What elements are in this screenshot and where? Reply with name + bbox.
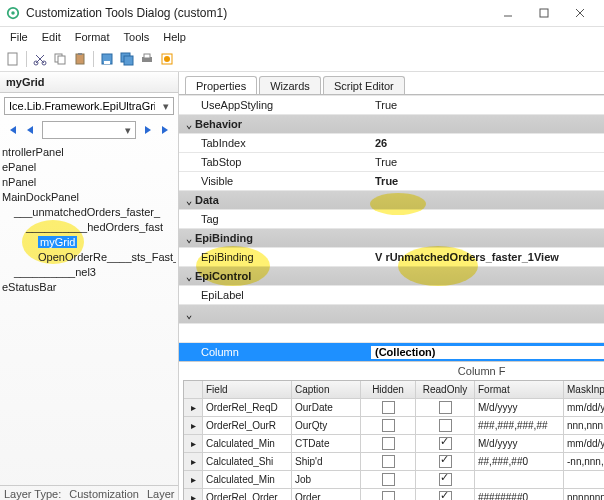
tree-item[interactable]: myGrid — [2, 235, 176, 250]
tree-item[interactable]: __________hedOrders_fast — [2, 220, 176, 235]
cell-mask[interactable]: nnnnnnnnn — [564, 489, 604, 500]
type-combo[interactable]: ▾ — [4, 97, 174, 115]
cell-format[interactable] — [475, 471, 564, 488]
property-grid[interactable]: UseAppStylingTrue⌄BehaviorTabIndex26TabS… — [179, 95, 604, 361]
col-field[interactable]: Field — [203, 381, 292, 398]
prop-category[interactable]: ⌄ — [179, 304, 604, 323]
prop-row[interactable]: TabIndex26 — [179, 133, 604, 152]
col-readonly[interactable]: ReadOnly — [416, 381, 475, 398]
prop-category[interactable]: ⌄EpiBinding — [179, 228, 604, 247]
col-caption[interactable]: Caption — [292, 381, 361, 398]
tree-item[interactable]: OpenOrderRe____sts_Fast_1Vi — [2, 250, 176, 265]
col-maskinput[interactable]: MaskInput — [564, 381, 604, 398]
paste-icon[interactable] — [71, 50, 89, 68]
cell-field[interactable]: OrderRel_Order — [203, 489, 292, 500]
chevron-down-icon[interactable]: ▾ — [121, 124, 135, 137]
cell-field[interactable]: OrderRel_OurR — [203, 417, 292, 434]
col-format[interactable]: Format — [475, 381, 564, 398]
cell-mask[interactable]: -nn,nnn,nnn — [564, 453, 604, 470]
tab-properties[interactable]: Properties — [185, 76, 257, 95]
tree-item[interactable]: eStatusBar — [2, 280, 176, 295]
grid-row[interactable]: ▸Calculated_ShiShip'd##,###,##0-nn,nnn,n… — [184, 453, 604, 471]
cell-field[interactable]: Calculated_Min — [203, 435, 292, 452]
columns-grid[interactable]: Field Caption Hidden ReadOnly Format Mas… — [183, 380, 604, 500]
cell-format[interactable]: M/d/yyyy — [475, 399, 564, 416]
cell-hidden[interactable] — [361, 489, 416, 500]
tree-item[interactable]: ntrollerPanel — [2, 145, 176, 160]
menu-tools[interactable]: Tools — [118, 29, 156, 45]
menu-help[interactable]: Help — [157, 29, 192, 45]
row-selector[interactable]: ▸ — [184, 471, 203, 488]
grid-row[interactable]: ▸Calculated_MinJob — [184, 471, 604, 489]
cell-hidden[interactable] — [361, 453, 416, 470]
cell-hidden[interactable] — [361, 417, 416, 434]
cell-caption[interactable]: CTDate — [292, 435, 361, 452]
cell-mask[interactable] — [564, 471, 604, 488]
close-button[interactable] — [562, 0, 598, 26]
tree-item[interactable]: ePanel — [2, 160, 176, 175]
tree-item[interactable]: __________nel3 — [2, 265, 176, 280]
cell-caption[interactable]: Job — [292, 471, 361, 488]
maximize-button[interactable] — [526, 0, 562, 26]
copy-icon[interactable] — [51, 50, 69, 68]
cell-readonly[interactable] — [416, 453, 475, 470]
grid-row[interactable]: ▸OrderRel_OurROurQty###,###,###,##nnn,nn… — [184, 417, 604, 435]
save-icon[interactable] — [98, 50, 116, 68]
tab-script-editor[interactable]: Script Editor — [323, 76, 405, 95]
new-icon[interactable] — [4, 50, 22, 68]
prop-row[interactable]: UseAppStylingTrue — [179, 95, 604, 114]
prop-row[interactable]: TabStopTrue — [179, 152, 604, 171]
cell-readonly[interactable] — [416, 399, 475, 416]
cell-format[interactable]: M/d/yyyy — [475, 435, 564, 452]
cell-field[interactable]: OrderRel_ReqD — [203, 399, 292, 416]
save-all-icon[interactable] — [118, 50, 136, 68]
grid-row[interactable]: ▸OrderRel_OrderOrder########0nnnnnnnnn — [184, 489, 604, 500]
prop-row[interactable]: Column(Collection) ▾ — [179, 342, 604, 361]
cell-format[interactable]: ##,###,##0 — [475, 453, 564, 470]
cell-hidden[interactable] — [361, 435, 416, 452]
prop-row[interactable]: EpiBindingV rUnmatchedOrders_faster_1Vie… — [179, 247, 604, 266]
prop-row[interactable]: Tag — [179, 209, 604, 228]
tab-wizards[interactable]: Wizards — [259, 76, 321, 95]
cell-readonly[interactable] — [416, 471, 475, 488]
prop-row[interactable]: VisibleTrue — [179, 171, 604, 190]
cell-caption[interactable]: Order — [292, 489, 361, 500]
nav-combo[interactable] — [43, 122, 121, 138]
cell-mask[interactable]: mm/dd/yyyy — [564, 435, 604, 452]
row-selector[interactable]: ▸ — [184, 435, 203, 452]
menu-edit[interactable]: Edit — [36, 29, 67, 45]
prop-category[interactable]: ⌄Data — [179, 190, 604, 209]
chevron-down-icon[interactable]: ▾ — [159, 100, 173, 113]
element-tree[interactable]: ntrollerPanelePanelnPanelMainDockPanel__… — [0, 141, 178, 485]
nav-prev-icon[interactable] — [22, 122, 38, 138]
nav-last-icon[interactable] — [158, 122, 174, 138]
minimize-button[interactable] — [490, 0, 526, 26]
menu-file[interactable]: File — [4, 29, 34, 45]
menu-format[interactable]: Format — [69, 29, 116, 45]
row-selector[interactable]: ▸ — [184, 399, 203, 416]
cell-caption[interactable]: OurQty — [292, 417, 361, 434]
nav-first-icon[interactable] — [4, 122, 20, 138]
cell-format[interactable]: ###,###,###,## — [475, 417, 564, 434]
cell-caption[interactable]: OurDate — [292, 399, 361, 416]
prop-row[interactable] — [179, 323, 604, 342]
cell-readonly[interactable] — [416, 417, 475, 434]
cell-hidden[interactable] — [361, 399, 416, 416]
type-combo-input[interactable] — [5, 98, 159, 114]
cell-field[interactable]: Calculated_Min — [203, 471, 292, 488]
cell-hidden[interactable] — [361, 471, 416, 488]
row-selector[interactable]: ▸ — [184, 489, 203, 500]
cell-mask[interactable]: mm/dd/yyyy — [564, 399, 604, 416]
row-selector[interactable]: ▸ — [184, 453, 203, 470]
tree-item[interactable]: ___unmatchedOrders_faster_ — [2, 205, 176, 220]
cell-readonly[interactable] — [416, 435, 475, 452]
nav-next-icon[interactable] — [140, 122, 156, 138]
col-hidden[interactable]: Hidden — [361, 381, 416, 398]
tree-item[interactable]: nPanel — [2, 175, 176, 190]
cell-mask[interactable]: nnn,nnn,nnn,nn — [564, 417, 604, 434]
prop-category[interactable]: ⌄EpiControl — [179, 266, 604, 285]
tool-icon[interactable] — [158, 50, 176, 68]
tree-item[interactable]: MainDockPanel — [2, 190, 176, 205]
cut-icon[interactable] — [31, 50, 49, 68]
prop-category[interactable]: ⌄Behavior — [179, 114, 604, 133]
